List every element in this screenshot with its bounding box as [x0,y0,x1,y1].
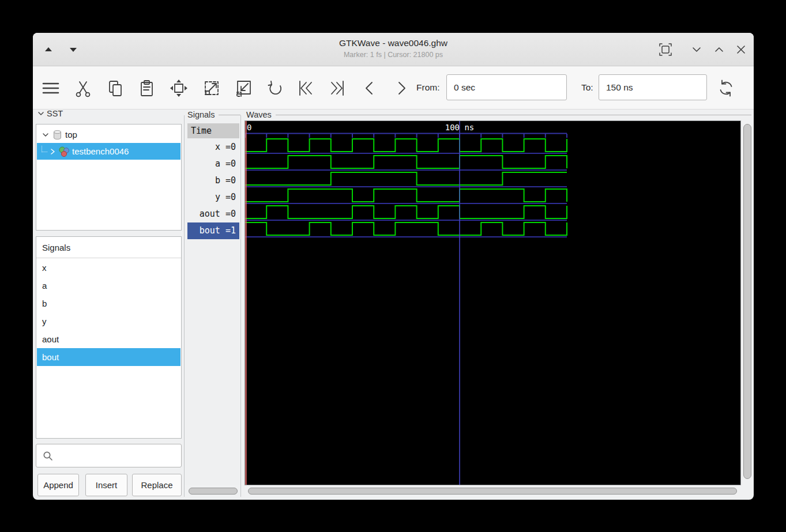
expander-down-icon [42,131,50,139]
list-item-y[interactable]: y [37,312,180,330]
signal-column-hscroll-thumb[interactable] [189,488,238,495]
tree-connector [42,146,47,152]
tree-item-top[interactable]: top [37,126,180,143]
fit-window-icon [659,43,672,56]
insert-button[interactable]: Insert [85,474,127,496]
sigval-row-b[interactable]: b =0 [187,172,239,189]
sigval-row-x[interactable]: x =0 [187,139,239,156]
zoom-out-button[interactable] [233,78,254,99]
reload-icon [716,78,736,99]
frame-line [276,115,751,115]
screenshot-root: GTKWave - wave0046.ghw Marker: 1 fs | Cu… [0,0,786,532]
tree-item-label: testbench0046 [72,146,129,156]
go-prev-icon [359,78,380,99]
tree-item-testbench[interactable]: testbench0046 [37,143,180,160]
close-icon [734,43,748,56]
waveform-svg: 0100 ns [245,121,740,485]
copy-icon [106,78,125,98]
go-last-icon [327,78,348,99]
maximize-button[interactable] [709,40,729,59]
titlebar: GTKWave - wave0046.ghw Marker: 1 fs | Cu… [33,33,754,66]
go-first-icon [295,78,316,99]
minimize-button[interactable] [687,40,706,59]
time-header: Time [187,123,239,138]
sst-expander-icon [37,110,45,118]
chevron-down-icon [690,43,704,56]
list-item-x[interactable]: x [37,259,180,277]
to-input[interactable] [599,74,707,100]
from-label: From: [416,82,439,93]
go-next-icon [391,78,412,99]
divider [184,115,185,497]
expander-right-icon [49,148,57,156]
list-item-aout[interactable]: aout [37,330,180,348]
frame-line [219,115,240,115]
paste-icon [137,78,156,98]
zoom-fit-button[interactable] [168,78,189,99]
sst-header-label: SST [47,109,63,118]
signals-list-header: Signals [36,237,181,258]
reload-button[interactable] [716,78,736,99]
zoom-out-icon [233,78,254,99]
waves-vscroll-track [742,120,753,485]
signals-list-panel: Signals x a b y aout bout [36,236,182,439]
wave-canvas[interactable]: 0100 ns [245,120,741,485]
chevron-up-icon [712,43,726,56]
search-icon [42,450,54,462]
sigval-row-aout[interactable]: aout =0 [187,206,239,222]
cut-icon [73,78,93,98]
fit-window-button[interactable] [656,40,675,59]
paste-button[interactable] [136,78,157,99]
waves-vscroll-thumb[interactable] [743,124,751,479]
go-last-button[interactable] [327,78,348,99]
gtkwave-window: GTKWave - wave0046.ghw Marker: 1 fs | Cu… [33,33,754,500]
divider [240,115,241,497]
sst-header[interactable]: SST [37,109,63,118]
from-input[interactable] [446,74,567,100]
waves-hscroll-thumb[interactable] [248,488,737,495]
sigval-row-y[interactable]: y =0 [187,189,239,206]
list-item-b[interactable]: b [37,295,180,312]
close-button[interactable] [731,40,751,59]
zoom-undo-button[interactable] [265,78,285,99]
sigval-row-a[interactable]: a =0 [187,156,239,172]
waves-hscroll-track [245,485,753,497]
list-item-bout[interactable]: bout [37,348,180,366]
cylinder-icon [53,130,62,140]
go-next-button[interactable] [391,78,412,99]
sst-tree: top testbench0046 [36,124,182,231]
search-input[interactable] [54,447,181,465]
window-subtitle: Marker: 1 fs | Cursor: 21800 ps [33,51,754,59]
list-item-a[interactable]: a [37,277,180,295]
to-label: To: [581,82,593,93]
tree-item-label: top [65,130,77,139]
replace-button[interactable]: Replace [132,474,182,496]
search-box [36,444,182,467]
waves-frame-label: Waves [246,110,272,119]
menu-button[interactable] [40,78,61,99]
module-spheres-icon [58,146,70,157]
go-first-button[interactable] [295,78,316,99]
zoom-in-icon [201,78,222,99]
signal-column-hscroll-track [185,485,240,497]
zoom-fit-icon [168,78,189,99]
zoom-in-button[interactable] [201,78,222,99]
append-button[interactable]: Append [37,474,79,496]
go-prev-button[interactable] [359,78,380,99]
menu-icon [41,78,61,98]
copy-button[interactable] [105,78,126,99]
svg-text:0: 0 [247,123,251,132]
signal-column-frame-label: Signals [187,110,215,119]
sigval-row-bout[interactable]: bout =1 [187,222,239,239]
svg-text:100 ns: 100 ns [445,123,475,132]
window-title: GTKWave - wave0046.ghw [33,38,754,48]
cut-button[interactable] [73,78,93,99]
toolbar: From: To: [33,66,754,110]
zoom-undo-icon [265,78,285,99]
